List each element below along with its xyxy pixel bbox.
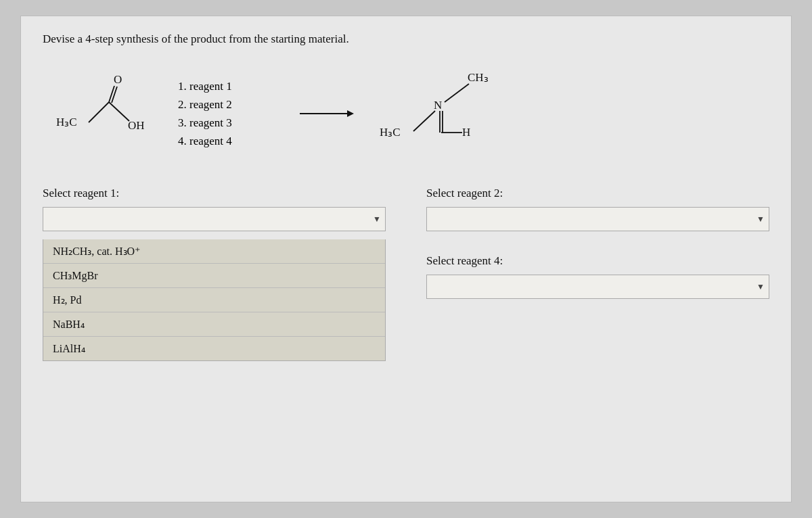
svg-line-3 [112, 87, 117, 103]
reaction-area: H₃C O OH 1. reagent 1 2. reagent 2 3. re… [43, 65, 769, 162]
svg-line-1 [89, 102, 109, 122]
dropdown2-arrow-icon: ▼ [757, 214, 765, 225]
svg-line-2 [109, 86, 114, 102]
reagent2-selector-label: Select reagent 2: [426, 187, 769, 200]
svg-text:OH: OH [128, 119, 145, 132]
svg-line-5 [109, 102, 129, 121]
reagent4-label: 4. reagent 4 [178, 132, 232, 150]
reagent2-label: 2. reagent 2 [178, 95, 232, 114]
product-molecule: H₃C N H CH₃ [374, 65, 510, 162]
svg-text:CH₃: CH₃ [468, 71, 489, 84]
reagent2-selector: Select reagent 2: ▼ [426, 187, 769, 231]
reagent1-options-list: NH₂CH₃, cat. H₃O⁺ CH₃MgBr H₂, Pd NaBH₄ L… [43, 239, 386, 361]
reagent4-dropdown[interactable]: ▼ [426, 275, 769, 299]
option-ch3mgbr[interactable]: CH₃MgBr [43, 264, 385, 288]
reagent1-dropdown[interactable]: ▼ [43, 207, 386, 231]
right-selectors: Select reagent 2: ▼ Select reagent 4: ▼ [426, 187, 769, 361]
reagent4-selector: Select reagent 4: ▼ [426, 254, 769, 299]
svg-marker-8 [347, 110, 354, 117]
option-lialh4[interactable]: LiAlH₄ [43, 337, 385, 360]
main-card: Devise a 4-step synthesis of the product… [20, 16, 792, 502]
dropdown1-arrow-icon: ▼ [373, 214, 381, 225]
reagents-list: 1. reagent 1 2. reagent 2 3. reagent 3 4… [178, 77, 286, 151]
reagent1-selector: Select reagent 1: ▼ NH₂CH₃, cat. H₃O⁺ CH… [43, 187, 386, 361]
instruction-text: Devise a 4-step synthesis of the product… [43, 32, 769, 46]
option-nabh4[interactable]: NaBH₄ [43, 312, 385, 337]
reagent1-label: 1. reagent 1 [178, 77, 232, 95]
svg-line-16 [445, 84, 469, 102]
selectors-area: Select reagent 1: ▼ NH₂CH₃, cat. H₃O⁺ CH… [43, 187, 769, 361]
svg-text:H₃C: H₃C [56, 116, 77, 128]
svg-line-10 [413, 111, 435, 131]
reaction-arrow [300, 107, 354, 120]
svg-text:N: N [434, 99, 442, 112]
svg-text:H: H [462, 126, 470, 139]
starting-material: H₃C O OH [49, 68, 158, 159]
reagent1-selector-label: Select reagent 1: [43, 187, 386, 200]
dropdown4-arrow-icon: ▼ [757, 282, 765, 292]
reagent2-dropdown[interactable]: ▼ [426, 207, 769, 231]
option-nh2ch3[interactable]: NH₂CH₃, cat. H₃O⁺ [43, 239, 385, 264]
option-h2pd[interactable]: H₂, Pd [43, 288, 385, 312]
svg-text:O: O [114, 73, 122, 86]
reagent4-selector-label: Select reagent 4: [426, 254, 769, 268]
reagent3-label: 3. reagent 3 [178, 114, 232, 132]
svg-text:H₃C: H₃C [380, 126, 401, 139]
